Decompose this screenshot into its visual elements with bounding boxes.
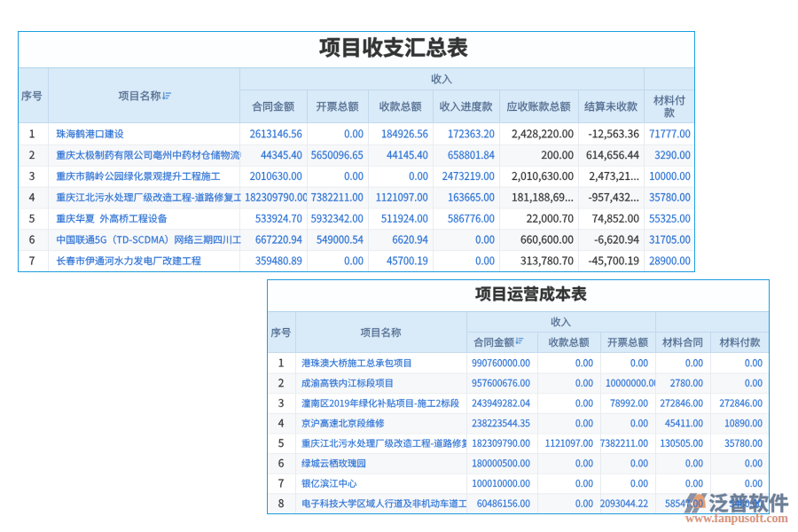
svg-text:www.fanpusoft.com: www.fanpusoft.com — [685, 512, 788, 525]
